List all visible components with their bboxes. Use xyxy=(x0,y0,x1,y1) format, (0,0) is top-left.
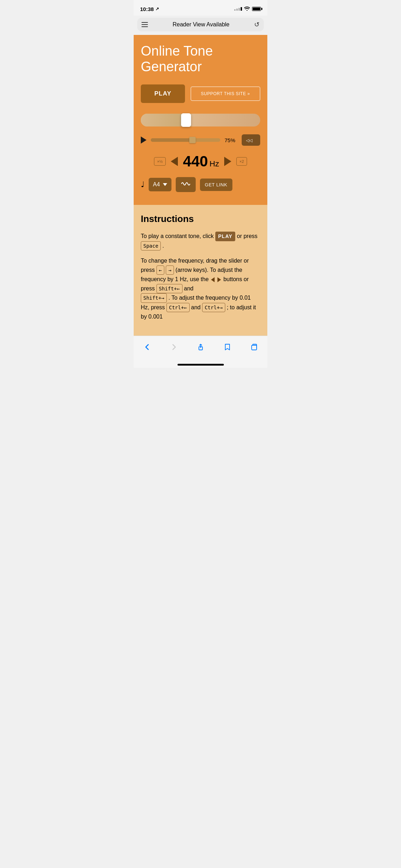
play-kbd-tag: PLAY xyxy=(215,232,235,241)
note-select-dropdown[interactable]: A4 xyxy=(149,178,171,191)
tabs-icon xyxy=(250,343,258,351)
back-button[interactable] xyxy=(138,340,157,354)
wifi-icon xyxy=(244,6,250,12)
instructions-title: Instructions xyxy=(141,213,260,224)
volume-slider-fill xyxy=(151,138,194,142)
signal-icon xyxy=(234,7,242,11)
browser-bar: Reader View Available ↺ xyxy=(137,18,264,31)
instr-text-1a: To play a constant tone, click xyxy=(141,233,215,239)
status-bar: 10:38 ↗ xyxy=(134,0,267,16)
instr-text-1b: or press xyxy=(237,233,258,239)
bottom-nav xyxy=(134,336,267,361)
instructions-paragraph-2: To change the frequency, drag the slider… xyxy=(141,256,260,321)
left-arrow-kbd-tag: ← xyxy=(156,265,164,275)
reload-button[interactable]: ↺ xyxy=(254,21,259,29)
get-link-button[interactable]: GET LINK xyxy=(200,179,232,191)
volume-min-icon xyxy=(141,136,146,144)
status-icons xyxy=(234,6,261,12)
home-bar xyxy=(178,364,224,366)
instr-text-2g: and xyxy=(191,304,202,310)
double-frequency-button[interactable]: ×2 xyxy=(236,157,247,166)
hz-row: ×½ 440 Hz ×2 xyxy=(141,153,260,170)
location-arrow-icon: ↗ xyxy=(155,6,159,11)
space-kbd-tag: Space xyxy=(141,241,161,250)
increase-frequency-button[interactable] xyxy=(224,157,231,166)
time-display: 10:38 xyxy=(140,6,154,12)
share-icon xyxy=(197,343,205,351)
waveform-icon xyxy=(181,181,191,187)
volume-row: 75% ◁◁ xyxy=(141,134,260,146)
volume-slider-track[interactable] xyxy=(151,138,220,142)
inline-left-arrow-icon xyxy=(211,277,215,282)
volume-slider-thumb[interactable] xyxy=(189,137,196,143)
play-button[interactable]: PLAY xyxy=(141,84,185,103)
instr-text-1c: . xyxy=(163,243,164,249)
svg-rect-2 xyxy=(252,345,257,350)
right-arrow-kbd-tag: → xyxy=(166,265,174,275)
support-button[interactable]: SUPPORT THIS SITE » xyxy=(191,87,260,101)
share-button[interactable] xyxy=(191,340,210,354)
status-time: 10:38 ↗ xyxy=(140,6,159,12)
stereo-button[interactable]: ◁◁ xyxy=(242,134,260,146)
instr-text-2e: and xyxy=(184,285,194,291)
note-row: ♩ A4 GET LINK xyxy=(141,177,260,192)
main-content: Online Tone Generator PLAY SUPPORT THIS … xyxy=(134,35,267,205)
svg-text:◁◁: ◁◁ xyxy=(246,138,253,143)
shift-right-kbd-tag: Shift+→ xyxy=(141,293,167,303)
bookmarks-icon xyxy=(223,343,231,351)
home-indicator xyxy=(134,361,267,368)
frequency-slider-container xyxy=(141,114,260,126)
shift-left-kbd-tag: Shift+← xyxy=(156,284,182,293)
button-row: PLAY SUPPORT THIS SITE » xyxy=(141,84,260,103)
forward-icon xyxy=(170,343,178,351)
inline-right-arrow-icon xyxy=(217,277,221,282)
volume-percent: 75% xyxy=(225,137,237,143)
left-arrow-icon xyxy=(171,157,178,166)
decrease-frequency-button[interactable] xyxy=(171,157,178,166)
stereo-icon: ◁◁ xyxy=(245,136,257,144)
ctrl-right-kbd-tag: Ctrl+→ xyxy=(202,303,225,312)
frequency-slider-thumb[interactable] xyxy=(181,113,191,127)
instructions-section: Instructions To play a constant tone, cl… xyxy=(134,205,267,335)
half-frequency-button[interactable]: ×½ xyxy=(154,157,166,166)
note-value: A4 xyxy=(153,181,160,188)
battery-icon xyxy=(252,7,261,11)
back-icon xyxy=(143,343,151,351)
dropdown-arrow-icon xyxy=(163,183,167,186)
bookmarks-button[interactable] xyxy=(218,340,237,354)
ctrl-left-kbd-tag: Ctrl+← xyxy=(166,303,190,312)
instructions-paragraph-1: To play a constant tone, click PLAY or p… xyxy=(141,232,260,250)
frequency-value: 440 xyxy=(183,153,208,170)
frequency-unit: Hz xyxy=(210,159,219,168)
forward-button[interactable] xyxy=(164,340,184,354)
music-note-icon: ♩ xyxy=(141,180,144,189)
frequency-display: 440 Hz xyxy=(183,153,219,170)
frequency-slider-track[interactable] xyxy=(141,114,260,126)
browser-title: Reader View Available xyxy=(173,21,230,28)
hamburger-menu-icon[interactable] xyxy=(142,22,148,27)
page-title: Online Tone Generator xyxy=(141,43,260,74)
tabs-button[interactable] xyxy=(245,340,264,354)
right-arrow-icon xyxy=(224,157,231,166)
waveform-button[interactable] xyxy=(176,177,196,192)
